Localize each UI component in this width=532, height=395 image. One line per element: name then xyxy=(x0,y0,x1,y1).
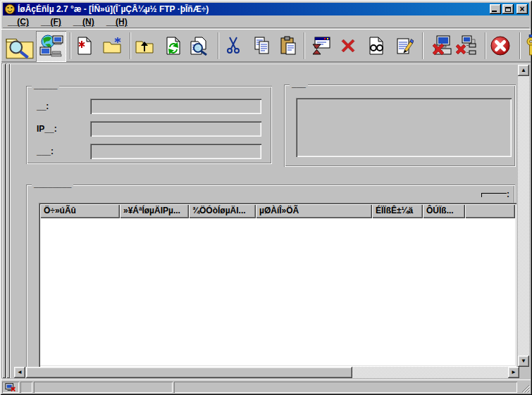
network-computers-icon xyxy=(39,34,64,59)
column-header-internet-ip[interactable]: »¥ÁªÍøµÄIPµ... xyxy=(120,204,189,218)
connection-info-group: _____ __: IP__: ___: xyxy=(26,86,272,164)
scroll-up-button[interactable]: ▲ xyxy=(518,65,529,76)
file-edit-icon xyxy=(395,36,414,56)
app-icon xyxy=(4,4,16,15)
key-icon xyxy=(525,35,532,57)
column-header-hostname[interactable]: Ö÷»úÃû xyxy=(40,204,120,218)
minimize-button[interactable] xyxy=(490,4,501,14)
toolbar-separator xyxy=(422,32,423,59)
location-field[interactable] xyxy=(90,144,261,159)
group-title: ________ xyxy=(32,179,73,189)
list-body[interactable] xyxy=(40,218,515,365)
maximize-button[interactable] xyxy=(502,4,514,14)
stop-button[interactable] xyxy=(488,33,512,58)
title-bar[interactable]: ÍøÂçÉñÍµ 2.7 °æ - [ÍÑ»ú](Î´µÇÂ¼µ½ FTP ·þ… xyxy=(3,3,529,15)
column-header-location[interactable]: µØÀíÎ»ÖÃ xyxy=(256,204,372,218)
info-memo[interactable] xyxy=(296,98,512,157)
arrow-right-icon: ► xyxy=(511,370,516,375)
column-header-online-time[interactable]: ÉÏÏßÊ±¼ä xyxy=(372,204,423,218)
toolbar-separator xyxy=(304,32,305,59)
copy-button[interactable] xyxy=(250,33,274,58)
toolbar-separator xyxy=(218,32,219,59)
main-panel: _____ __: IP__: ___: ___ xyxy=(10,63,531,378)
toolbar-separator xyxy=(485,32,486,59)
preview-icon xyxy=(189,36,210,56)
arrow-up-icon: ▲ xyxy=(521,68,526,73)
group-title: _____ xyxy=(32,80,59,90)
stop-icon xyxy=(490,35,511,56)
toolbar-separator xyxy=(70,32,71,59)
search-folder-button[interactable] xyxy=(4,31,35,62)
info-group: ___ xyxy=(284,84,516,167)
client-area: _____ __: IP__: ___: ___ xyxy=(1,63,531,378)
location-label: ___: xyxy=(37,146,54,156)
status-panel xyxy=(174,382,517,393)
status-panel xyxy=(20,382,32,393)
left-edge-strip xyxy=(2,63,6,378)
host-list[interactable]: Ö÷»úÃû »¥ÁªÍøµÄIPµ... ¾ÖÓòÍøµÄI... µØÀíÎ… xyxy=(39,203,516,367)
view-file-button[interactable] xyxy=(364,33,388,58)
resize-grip[interactable] xyxy=(521,384,530,393)
label-line xyxy=(481,193,507,197)
search-folder-icon xyxy=(5,33,35,60)
menu-item-h[interactable]: __(H) xyxy=(106,17,128,27)
toolbar-separator xyxy=(519,32,521,59)
hourglass-window-icon xyxy=(311,37,330,55)
delete-button[interactable] xyxy=(336,33,360,58)
edit-file-button[interactable] xyxy=(392,33,416,58)
network-connect-button[interactable] xyxy=(36,31,66,62)
ip-field[interactable] xyxy=(90,121,261,137)
arrow-down-icon: ▼ xyxy=(521,358,526,364)
app-window: ÍøÂçÉñÍµ 2.7 °æ - [ÍÑ»ú](Î´µÇÂ¼µ½ FTP ·þ… xyxy=(0,0,532,395)
menu-bar: __(C) __(F) __(N) __(H) xyxy=(3,16,529,28)
file-glasses-icon xyxy=(367,36,385,56)
list-corner-label: : xyxy=(481,189,509,199)
cut-icon xyxy=(225,36,242,56)
paste-button[interactable] xyxy=(276,33,300,58)
cut-button[interactable] xyxy=(221,33,245,58)
column-header-empty[interactable] xyxy=(465,204,515,218)
horizontal-scrollbar[interactable]: ◄ ► xyxy=(14,367,519,378)
name-field[interactable] xyxy=(90,99,261,114)
pending-tasks-button[interactable] xyxy=(309,33,333,58)
menu-item-n[interactable]: __(N) xyxy=(73,17,94,27)
group-title: ___ xyxy=(290,79,308,89)
status-panel xyxy=(34,382,173,393)
disconnected-computer-icon xyxy=(5,382,16,392)
horizontal-scroll-thumb[interactable] xyxy=(26,367,352,378)
scroll-left-button[interactable]: ◄ xyxy=(14,367,25,378)
new-folder-icon xyxy=(102,37,122,55)
name-label: __: xyxy=(37,101,49,111)
new-file-button[interactable] xyxy=(73,33,97,58)
arrow-left-icon: ◄ xyxy=(17,370,23,375)
column-header-lan-ip[interactable]: ¾ÖÓòÍøµÄI... xyxy=(189,204,256,218)
new-file-icon xyxy=(75,36,94,56)
vertical-scrollbar[interactable]: ▲ ▼ xyxy=(518,65,529,367)
menu-item-f[interactable]: __(F) xyxy=(41,17,61,27)
status-bar xyxy=(1,380,531,394)
close-icon: × xyxy=(519,6,524,13)
new-folder-button[interactable] xyxy=(100,33,124,58)
menu-item-c[interactable]: __(C) xyxy=(8,17,29,27)
column-header-online[interactable]: ÔÚÏß... xyxy=(423,204,465,218)
delete-x-icon xyxy=(339,37,357,55)
paste-icon xyxy=(279,36,297,56)
list-header: Ö÷»úÃû »¥ÁªÍøµÄIPµ... ¾ÖÓòÍøµÄI... µØÀíÎ… xyxy=(40,204,515,218)
preview-button[interactable] xyxy=(187,33,211,58)
status-icon-panel xyxy=(2,382,19,393)
link-disconnect-icon xyxy=(455,35,476,56)
minimize-icon xyxy=(492,11,497,12)
copy-icon xyxy=(253,36,271,56)
maximize-icon xyxy=(505,7,511,12)
key-button-clipped[interactable] xyxy=(524,33,532,58)
window-title: ÍøÂçÉñÍµ 2.7 °æ - [ÍÑ»ú](Î´µÇÂ¼µ½ FTP ·þ… xyxy=(18,4,488,14)
refresh-icon xyxy=(164,36,183,56)
disconnect-computer-button[interactable] xyxy=(430,33,454,58)
scroll-down-button[interactable]: ▼ xyxy=(518,356,529,367)
folder-up-button[interactable] xyxy=(132,33,156,58)
disconnect-link-button[interactable] xyxy=(454,33,478,58)
ip-label: IP__: xyxy=(37,124,57,134)
refresh-button[interactable] xyxy=(161,33,185,58)
close-button[interactable]: × xyxy=(516,4,528,14)
scroll-right-button[interactable]: ► xyxy=(508,367,519,378)
